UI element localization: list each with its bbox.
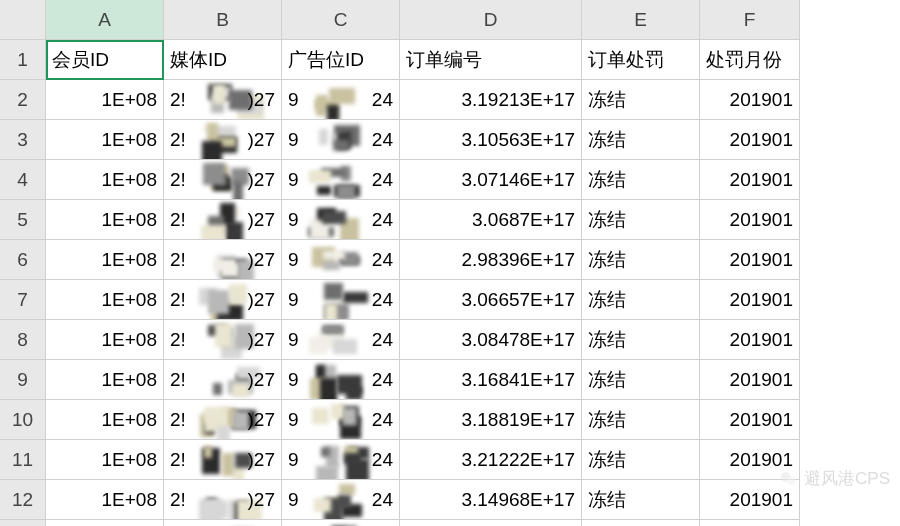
- col-header-F[interactable]: F: [700, 0, 800, 40]
- cell[interactable]: 924: [282, 320, 400, 360]
- cell[interactable]: 201901: [700, 240, 800, 280]
- cell-D1[interactable]: 订单编号: [400, 40, 582, 80]
- cell[interactable]: 924: [282, 520, 400, 526]
- cell[interactable]: 2!)27: [164, 120, 282, 160]
- cell[interactable]: 冻结: [582, 400, 700, 440]
- cell[interactable]: 冻结: [582, 360, 700, 400]
- cell[interactable]: 924: [282, 80, 400, 120]
- cell-C1[interactable]: 广告位ID: [282, 40, 400, 80]
- cell[interactable]: 冻结: [582, 120, 700, 160]
- cell[interactable]: 3.14968E+17: [400, 480, 582, 520]
- cell[interactable]: 冻结: [582, 280, 700, 320]
- col-header-B[interactable]: B: [164, 0, 282, 40]
- spreadsheet-grid[interactable]: A B C D E F 1 会员ID 媒体ID 广告位ID 订单编号 订单处罚 …: [0, 0, 900, 526]
- cell[interactable]: 1E+08: [46, 80, 164, 120]
- cell[interactable]: 3.19213E+17: [400, 80, 582, 120]
- cell[interactable]: 2!)27: [164, 520, 282, 526]
- cell-B1[interactable]: 媒体ID: [164, 40, 282, 80]
- cell-A1[interactable]: 会员ID: [46, 40, 164, 80]
- cell[interactable]: 201901: [700, 200, 800, 240]
- cell[interactable]: 924: [282, 400, 400, 440]
- col-header-E[interactable]: E: [582, 0, 700, 40]
- cell[interactable]: 冻结: [582, 480, 700, 520]
- cell[interactable]: 2!)27: [164, 440, 282, 480]
- row-header[interactable]: 7: [0, 280, 46, 320]
- cell[interactable]: 201901: [700, 400, 800, 440]
- cell[interactable]: 924: [282, 360, 400, 400]
- cell[interactable]: 1E+08: [46, 520, 164, 526]
- cell[interactable]: 1E+08: [46, 440, 164, 480]
- cell-F1[interactable]: 处罚月份: [700, 40, 800, 80]
- cell[interactable]: 2!)27: [164, 240, 282, 280]
- cell[interactable]: 1E+08: [46, 120, 164, 160]
- row-header[interactable]: 6: [0, 240, 46, 280]
- cell[interactable]: 2!)27: [164, 400, 282, 440]
- cell[interactable]: 3.18819E+17: [400, 400, 582, 440]
- cell[interactable]: 3.0687E+17: [400, 200, 582, 240]
- cell[interactable]: 冻结: [582, 240, 700, 280]
- cell[interactable]: 924: [282, 480, 400, 520]
- row-header[interactable]: 1: [0, 40, 46, 80]
- cell[interactable]: 2.98396E+17: [400, 240, 582, 280]
- cell[interactable]: 冻结: [582, 200, 700, 240]
- row-header[interactable]: 9: [0, 360, 46, 400]
- cell[interactable]: 2!)27: [164, 480, 282, 520]
- cell[interactable]: 1E+08: [46, 240, 164, 280]
- cell[interactable]: 201901: [700, 440, 800, 480]
- cell[interactable]: 2!)27: [164, 80, 282, 120]
- cell[interactable]: 201901: [700, 80, 800, 120]
- cell[interactable]: 2!)27: [164, 320, 282, 360]
- cell[interactable]: 3.06657E+17: [400, 280, 582, 320]
- cell[interactable]: 1E+08: [46, 480, 164, 520]
- cell[interactable]: 924: [282, 120, 400, 160]
- cell[interactable]: 3.08478E+17: [400, 320, 582, 360]
- col-header-C[interactable]: C: [282, 0, 400, 40]
- cell[interactable]: 3.16911E+17: [400, 520, 582, 526]
- cell[interactable]: 1E+08: [46, 200, 164, 240]
- cell[interactable]: 2!)27: [164, 360, 282, 400]
- censored-region: [198, 243, 244, 276]
- select-all-corner[interactable]: [0, 0, 46, 40]
- cell[interactable]: 冻结: [582, 80, 700, 120]
- row-header[interactable]: 2: [0, 80, 46, 120]
- cell[interactable]: 冻结: [582, 520, 700, 526]
- row-header[interactable]: 5: [0, 200, 46, 240]
- cell[interactable]: 201901: [700, 120, 800, 160]
- cell[interactable]: 201901: [700, 160, 800, 200]
- cell[interactable]: 924: [282, 240, 400, 280]
- cell[interactable]: 201901: [700, 280, 800, 320]
- cell[interactable]: 201901: [700, 520, 800, 526]
- cell[interactable]: 1E+08: [46, 320, 164, 360]
- cell[interactable]: 3.10563E+17: [400, 120, 582, 160]
- cell[interactable]: 冻结: [582, 160, 700, 200]
- cell[interactable]: 1E+08: [46, 160, 164, 200]
- cell[interactable]: 924: [282, 160, 400, 200]
- row-header[interactable]: 13: [0, 520, 46, 526]
- cell[interactable]: 2!)27: [164, 280, 282, 320]
- cell[interactable]: 3.21222E+17: [400, 440, 582, 480]
- cell[interactable]: 3.07146E+17: [400, 160, 582, 200]
- row-header[interactable]: 10: [0, 400, 46, 440]
- cell[interactable]: 3.16841E+17: [400, 360, 582, 400]
- row-header[interactable]: 12: [0, 480, 46, 520]
- row-header[interactable]: 3: [0, 120, 46, 160]
- row-header[interactable]: 4: [0, 160, 46, 200]
- cell[interactable]: 924: [282, 440, 400, 480]
- cell-E1[interactable]: 订单处罚: [582, 40, 700, 80]
- cell[interactable]: 924: [282, 200, 400, 240]
- cell[interactable]: 924: [282, 280, 400, 320]
- cell[interactable]: 1E+08: [46, 400, 164, 440]
- cell[interactable]: 2!)27: [164, 160, 282, 200]
- cell[interactable]: 冻结: [582, 440, 700, 480]
- row-header[interactable]: 11: [0, 440, 46, 480]
- cell[interactable]: 冻结: [582, 320, 700, 360]
- cell[interactable]: 201901: [700, 320, 800, 360]
- cell[interactable]: 2!)27: [164, 200, 282, 240]
- row-header[interactable]: 8: [0, 320, 46, 360]
- col-header-A[interactable]: A: [46, 0, 164, 40]
- cell[interactable]: 1E+08: [46, 360, 164, 400]
- cell[interactable]: 1E+08: [46, 280, 164, 320]
- col-header-D[interactable]: D: [400, 0, 582, 40]
- cell[interactable]: 201901: [700, 360, 800, 400]
- cell[interactable]: 201901: [700, 480, 800, 520]
